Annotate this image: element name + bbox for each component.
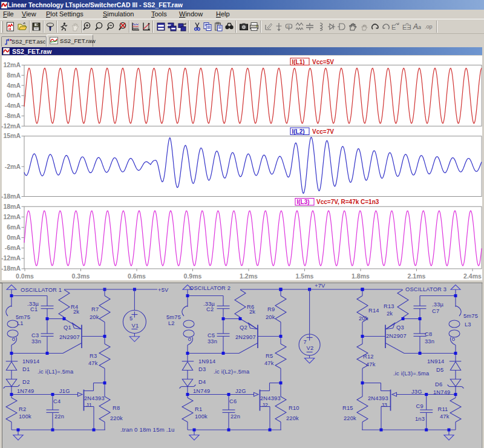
svg-text:-12mA: -12mA [1, 122, 21, 130]
svg-text:22n: 22n [54, 413, 64, 420]
svg-text:V1: V1 [132, 323, 139, 329]
svg-text:A: A [413, 22, 418, 31]
svg-text:12mA: 12mA [3, 61, 21, 68]
svg-text:V2: V2 [307, 345, 314, 351]
svg-text:R1: R1 [195, 406, 202, 412]
svg-text:4mA: 4mA [7, 82, 21, 89]
svg-text:C8: C8 [425, 331, 432, 337]
svg-text:R3: R3 [90, 353, 97, 359]
svg-text:Vcc=5V: Vcc=5V [312, 59, 334, 65]
svg-text:47k: 47k [264, 360, 274, 366]
svg-text:0mA: 0mA [7, 234, 21, 241]
svg-text:-4mA: -4mA [5, 102, 21, 109]
svg-text:18mA: 18mA [3, 203, 21, 210]
svg-text:20k: 20k [359, 315, 368, 321]
svg-text:-6mA: -6mA [5, 244, 21, 251]
svg-text:33n: 33n [208, 338, 217, 344]
svg-text:J3: J3 [381, 402, 387, 408]
svg-text:D6: D6 [435, 381, 442, 387]
svg-text:D1: D1 [22, 366, 30, 372]
svg-text:D2: D2 [22, 379, 30, 385]
svg-text:Vcc=7V: Vcc=7V [312, 128, 334, 135]
svg-text:-18mA: -18mA [1, 193, 21, 200]
svg-text:E: E [407, 24, 411, 31]
svg-text:1N914: 1N914 [427, 358, 444, 364]
svg-text:20k: 20k [266, 314, 275, 320]
svg-text:1n3: 1n3 [415, 416, 425, 422]
svg-text:Q2: Q2 [240, 324, 247, 331]
svg-text:220k: 220k [110, 415, 123, 421]
svg-text:R13: R13 [384, 303, 394, 309]
svg-text:R15: R15 [342, 405, 353, 411]
svg-text:+7V: +7V [315, 283, 325, 289]
svg-text:I(L3): I(L3) [297, 199, 310, 205]
svg-text:a: a [418, 24, 421, 30]
svg-text:33n: 33n [31, 338, 41, 344]
svg-text:1N749: 1N749 [193, 388, 210, 394]
svg-text:8mA: 8mA [7, 71, 21, 79]
svg-text:J1: J1 [86, 402, 92, 408]
svg-text:L1: L1 [17, 320, 24, 326]
svg-text:0.6ms: 0.6ms [128, 272, 146, 280]
svg-text:D4: D4 [198, 379, 206, 385]
svg-text:0.0ms: 0.0ms [16, 272, 34, 280]
svg-text:L3: L3 [465, 321, 471, 328]
svg-text:.ic i(L3)=.5ma: .ic i(L3)=.5ma [393, 371, 430, 377]
svg-text:D5: D5 [436, 367, 443, 373]
svg-text:OSCILLATOR 3: OSCILLATOR 3 [405, 286, 446, 292]
svg-text:2.4ms: 2.4ms [463, 272, 482, 280]
svg-text:22n: 22n [231, 413, 240, 420]
svg-text:6mA: 6mA [7, 223, 21, 231]
svg-text:47k: 47k [366, 361, 376, 367]
svg-text:1.2ms: 1.2ms [240, 272, 258, 280]
svg-text:J2: J2 [262, 402, 268, 408]
svg-text:R7: R7 [91, 306, 99, 312]
svg-text:-2mA: -2mA [5, 163, 21, 170]
svg-text:5m75: 5m75 [463, 313, 478, 319]
svg-text:R9: R9 [267, 306, 275, 312]
svg-text:0.9ms: 0.9ms [184, 272, 202, 280]
svg-text:2k: 2k [249, 309, 255, 315]
svg-text:I(L2): I(L2) [292, 128, 305, 135]
svg-text:Vcc=7V, R=47k C=1n3: Vcc=7V, R=47k C=1n3 [316, 199, 379, 205]
svg-text:OSCILLATOR 1: OSCILLATOR 1 [21, 287, 62, 293]
svg-text:2N4393: 2N4393 [84, 395, 105, 401]
svg-text:2k: 2k [73, 309, 79, 315]
svg-text:2N4393: 2N4393 [260, 395, 281, 401]
svg-text:Q1: Q1 [64, 324, 71, 331]
svg-text:C3: C3 [31, 332, 39, 338]
svg-text:C2: C2 [206, 306, 214, 312]
svg-text:C4: C4 [53, 398, 60, 404]
svg-text:I(L1): I(L1) [292, 59, 305, 65]
svg-text:33n: 33n [425, 338, 434, 344]
svg-text:.33µ: .33µ [432, 301, 444, 308]
svg-text:J1G: J1G [59, 388, 70, 394]
svg-text:7: 7 [304, 339, 307, 345]
svg-text:1N749: 1N749 [17, 388, 34, 394]
svg-text:5m75: 5m75 [166, 314, 181, 320]
svg-text:2.1ms: 2.1ms [408, 272, 426, 280]
svg-text:0mA: 0mA [7, 91, 21, 99]
svg-text:5: 5 [129, 315, 132, 321]
svg-text:220k: 220k [286, 415, 299, 421]
svg-text:20k: 20k [90, 314, 99, 320]
svg-text:100k: 100k [19, 413, 31, 420]
svg-text:C1: C1 [30, 306, 38, 312]
svg-text:R2: R2 [19, 406, 26, 412]
svg-text:R12: R12 [363, 354, 374, 360]
svg-text:47k: 47k [88, 360, 98, 366]
svg-text:R: R [287, 25, 290, 28]
svg-text:-12mA: -12mA [1, 254, 21, 262]
svg-text:C9: C9 [416, 403, 424, 409]
svg-text:L2: L2 [168, 320, 175, 326]
svg-text:R10: R10 [289, 405, 299, 411]
svg-text:.ic i(L2)=.5ma: .ic i(L2)=.5ma [214, 369, 250, 375]
svg-text:2N4393: 2N4393 [368, 395, 388, 401]
svg-text:D3: D3 [198, 366, 206, 372]
svg-text:R5: R5 [266, 353, 273, 359]
svg-text:R11: R11 [438, 406, 448, 412]
svg-text:+5V: +5V [158, 287, 169, 293]
svg-text:1N914: 1N914 [198, 358, 215, 364]
svg-text:2N2907: 2N2907 [59, 334, 80, 340]
svg-text:J2G: J2G [235, 388, 246, 394]
